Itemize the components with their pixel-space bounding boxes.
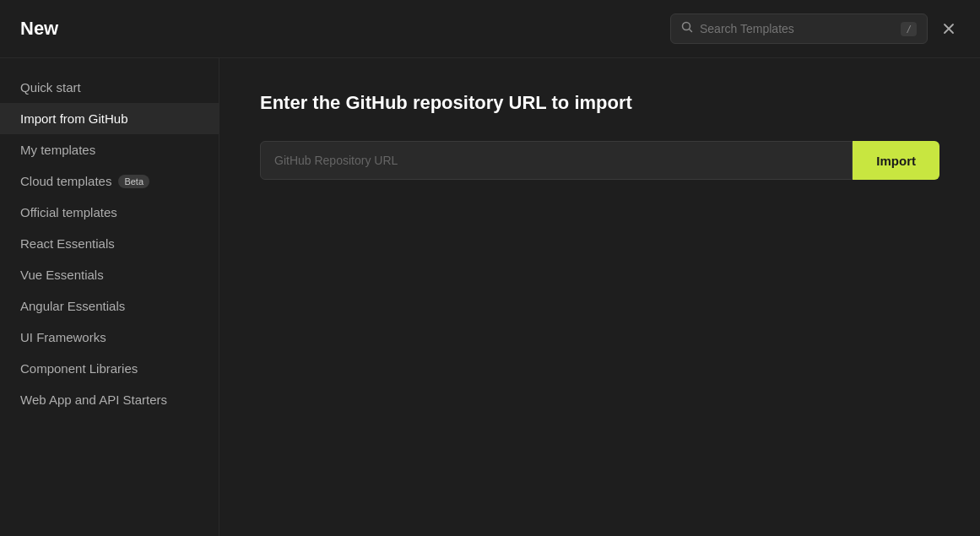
github-url-input[interactable] [260, 141, 853, 180]
sidebar-item-label: Component Libraries [20, 361, 138, 376]
sidebar-item-cloud-templates[interactable]: Cloud templatesBeta [0, 165, 219, 197]
sidebar-item-my-templates[interactable]: My templates [0, 134, 219, 165]
sidebar-item-vue-essentials[interactable]: Vue Essentials [0, 259, 219, 290]
sidebar-item-label: Official templates [20, 205, 117, 219]
sidebar-item-quick-start[interactable]: Quick start [0, 72, 219, 103]
sidebar-item-label: Web App and API Starters [20, 393, 167, 407]
sidebar-item-react-essentials[interactable]: React Essentials [0, 228, 219, 259]
sidebar-item-label: Angular Essentials [20, 299, 125, 313]
sidebar-item-component-libraries[interactable]: Component Libraries [0, 353, 219, 384]
search-icon [681, 21, 693, 36]
sidebar-item-label: My templates [20, 143, 95, 157]
import-row: Import [260, 141, 939, 180]
import-button[interactable]: Import [853, 141, 939, 180]
sidebar-item-label: Quick start [20, 80, 81, 95]
sidebar-item-label: Import from GitHub [20, 111, 128, 126]
page-heading: Enter the GitHub repository URL to impor… [260, 92, 939, 114]
beta-badge: Beta [118, 175, 149, 188]
close-button[interactable] [938, 18, 960, 40]
search-box[interactable]: / [670, 14, 928, 44]
sidebar-item-import-from-github[interactable]: Import from GitHub [0, 103, 219, 134]
sidebar: Quick startImport from GitHubMy template… [0, 58, 219, 536]
search-input[interactable] [700, 22, 894, 35]
modal-title: New [20, 18, 58, 40]
sidebar-item-ui-frameworks[interactable]: UI Frameworks [0, 322, 219, 353]
sidebar-item-label: Vue Essentials [20, 268, 104, 282]
header-right: / [670, 14, 960, 44]
new-modal: New / Quick startImport fro [0, 0, 980, 536]
modal-header: New / [0, 0, 980, 58]
modal-body: Quick startImport from GitHubMy template… [0, 58, 980, 536]
search-shortcut: / [901, 22, 917, 36]
sidebar-item-web-app-api-starters[interactable]: Web App and API Starters [0, 384, 219, 415]
sidebar-item-label: Cloud templates [20, 174, 111, 188]
sidebar-item-label: UI Frameworks [20, 330, 106, 344]
main-content: Enter the GitHub repository URL to impor… [219, 58, 980, 536]
sidebar-item-label: React Essentials [20, 236, 115, 251]
sidebar-item-angular-essentials[interactable]: Angular Essentials [0, 290, 219, 322]
sidebar-item-official-templates[interactable]: Official templates [0, 197, 219, 228]
